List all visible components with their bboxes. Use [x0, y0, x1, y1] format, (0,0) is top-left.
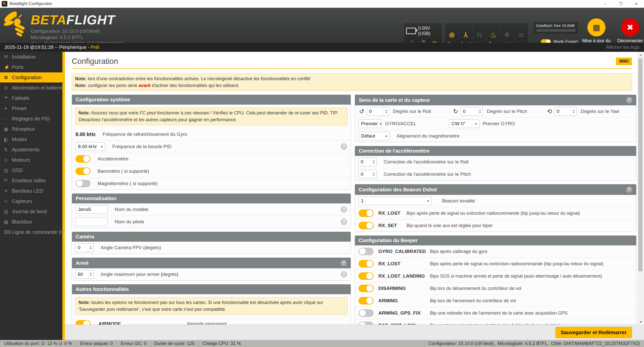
sidebar-item[interactable]: ∴ Réglages de PID — [0, 114, 62, 124]
restore-icon[interactable]: ❐ — [613, 0, 628, 8]
pid-loop-frequency-label: Fréquence de la boucle PID — [112, 144, 172, 149]
help-icon[interactable]: ? — [341, 219, 347, 225]
beeper-condition-toggle[interactable] — [358, 297, 374, 305]
gyro-accel-order-label: GYRO/ACCEL — [385, 121, 417, 126]
board-sensor-alignment-panel: Sens de la carte et du capteur ? ↺ 0 ▲▼ … — [355, 95, 636, 142]
pitch-degrees-stepper[interactable]: 0 ▲▼ — [461, 107, 483, 116]
sensor-enable-toggle[interactable] — [75, 180, 91, 187]
status-cell: Erreur I2C: 0 — [117, 340, 150, 347]
save-and-reboot-button[interactable]: Sauvegarder et Redémarrer — [555, 327, 632, 338]
sidebar-item[interactable]: ▣ Récepteur — [0, 124, 62, 134]
personalization-panel: Personnalisation Nom du modèle ? Nom du … — [72, 193, 351, 228]
sidebar-item[interactable]: ◧ Modes — [0, 134, 62, 145]
beeper-condition-toggle[interactable] — [358, 285, 374, 292]
acc-trim-pitch-stepper[interactable]: 0 ▲▼ — [358, 170, 377, 179]
panel-title: Configuration du Beeper — [355, 236, 636, 245]
chip-icon: ▦ — [593, 23, 600, 32]
sidebar-item-label: Modes — [12, 137, 27, 142]
help-icon[interactable]: ? — [626, 186, 632, 193]
led-strip-icon: ☀ — [4, 188, 12, 194]
chevron-down-icon: ▾ — [380, 122, 382, 126]
dshot-beacon-panel: Configuration des Beacon Dshot ? 1▾ Beac… — [355, 184, 636, 232]
pilot-name-label: Nom du pilote — [115, 219, 144, 225]
window-title: Betaflight Configurator — [10, 1, 52, 6]
sensor-enable-toggle[interactable] — [75, 155, 91, 163]
show-logs-link[interactable]: Afficher les logs — [606, 45, 639, 50]
close-icon[interactable]: ✕ — [628, 0, 644, 8]
sidebar-item[interactable]: ⊟ Alimentation et batterie — [0, 83, 62, 93]
first-gyro-select[interactable]: CW 0°▾ — [449, 119, 479, 128]
sidebar-item[interactable]: ▦ Blackbox — [0, 217, 62, 227]
sidebar-item[interactable]: ⇅ Ajustements — [0, 145, 62, 155]
firmware-version: Micrologiciel: 4.5.2 BTFL — [31, 34, 125, 40]
sidebar-item[interactable]: ▤ OSD — [0, 165, 62, 176]
sidebar-item[interactable]: ⚙ Configuration — [0, 72, 65, 83]
panel-title: Correction de l'accéléromètre — [355, 146, 636, 156]
panel-title: Caméra — [72, 232, 351, 242]
sensors-icon: ∿ — [4, 198, 12, 204]
sensor-icon: ♨ — [490, 31, 497, 39]
sidebar-item[interactable]: ☀ Bandeau LED — [0, 186, 62, 196]
scrollbar-thumb[interactable] — [638, 58, 642, 271]
beeper-condition-toggle[interactable] — [358, 309, 374, 317]
camera-angle-stepper[interactable]: 0 ▲▼ — [75, 243, 94, 252]
yaw-degrees-stepper[interactable]: 0 ▲▼ — [554, 107, 577, 116]
sidebar-item[interactable]: ∿ Capteurs — [0, 196, 62, 206]
beeper-condition-row: GYRO_CALIBRATED Bips après calibrage du … — [355, 245, 636, 258]
sidebar-item[interactable]: Ψ Émetteur vidéo — [0, 176, 62, 186]
beacon-condition-toggle[interactable] — [358, 209, 374, 217]
beacon-condition-toggle[interactable] — [358, 222, 374, 229]
sidebar-item[interactable]: ⚡ Ports — [0, 62, 62, 72]
beeper-condition-toggle[interactable] — [358, 260, 374, 268]
gyro-frequency-label: Fréquence de rafraîchissement du Gyro — [103, 132, 187, 137]
beacon-condition-description: Bip quand la voie aux est réglée pour bi… — [407, 223, 505, 228]
sidebar-item[interactable]: ▥ Journal de bord — [0, 206, 62, 217]
pid-loop-frequency-select[interactable]: 8.00 kHz▾ — [75, 142, 105, 151]
chevron-down-icon: ▾ — [101, 145, 103, 149]
model-name-input[interactable] — [75, 205, 108, 214]
sidebar-item-label: Ajustements — [12, 147, 39, 153]
disconnect-button[interactable]: ✖ Déconnecter — [615, 18, 644, 44]
sidebar-item[interactable]: ✦ Preset — [0, 103, 62, 114]
pilot-name-input[interactable] — [75, 218, 108, 226]
scroll-up-icon[interactable]: ▲ — [637, 52, 644, 58]
beeper-condition-row: RX_LOST_LANDING Bips SOS si machine armé… — [355, 270, 636, 282]
help-icon[interactable]: ? — [341, 143, 347, 150]
minimize-icon[interactable]: – — [597, 0, 613, 8]
vertical-scrollbar[interactable]: ▲ ▼ — [637, 52, 644, 325]
mag-alignment-select[interactable]: Défaut▾ — [358, 132, 390, 140]
dataflash-progressbar — [536, 29, 576, 32]
gyro-accel-order-select[interactable]: Premier▾ — [358, 119, 382, 128]
max-arm-angle-stepper[interactable]: 60 ▲▼ — [75, 270, 94, 279]
modes-icon: ◧ — [4, 137, 12, 142]
scroll-down-icon[interactable]: ▼ — [637, 319, 644, 325]
beeper-condition-toggle[interactable] — [358, 248, 374, 255]
help-icon[interactable]: ? — [340, 260, 347, 266]
beacon-condition-row: RX_SET Bip quand la voie aux est réglée … — [355, 220, 636, 232]
logbook-icon: ▥ — [4, 209, 12, 214]
help-icon[interactable]: ? — [626, 97, 632, 103]
pid-tuning-icon: ∴ — [4, 116, 12, 122]
accelerometer-trim-panel: Correction de l'accéléromètre 0 ▲▼ Corre… — [355, 146, 636, 181]
acc-trim-roll-stepper[interactable]: 0 ▲▼ — [358, 158, 377, 166]
status-cell: Erreur paquet: 0 — [76, 340, 117, 347]
sidebar-item[interactable]: ⚒ Installation — [0, 52, 62, 62]
beeper-condition-description: Bips SOS si machine armée et perte de si… — [430, 274, 615, 279]
wiki-button[interactable]: WIKI — [616, 58, 632, 65]
beeper-configuration-panel: Configuration du Beeper GYRO_CALIBRATED … — [355, 235, 636, 340]
beacon-tone-select[interactable]: 1▾ — [358, 197, 431, 205]
wrench-icon: ⚒ — [4, 54, 12, 60]
help-icon[interactable]: ? — [341, 206, 347, 213]
configurator-version: Configurateur: 10.10.0 (c97deaf) — [31, 28, 125, 34]
sidebar-item[interactable]: ⊙ Moteurs — [0, 155, 62, 165]
sensor-enable-toggle[interactable] — [75, 167, 91, 175]
chevron-down-icon: ▾ — [385, 134, 387, 138]
sidebar: ⚒ Installation ⚡ Ports ⚙ Configuration ⊟… — [0, 52, 65, 340]
sidebar-item[interactable]: ☂ Failsafe — [0, 93, 62, 103]
roll-degrees-stepper[interactable]: 0 ▲▼ — [367, 107, 389, 116]
sidebar-item[interactable]: ⌨ Ligne de commande (CLI) — [0, 227, 62, 237]
beeper-condition-toggle[interactable] — [358, 272, 374, 280]
video-transmitter-icon: Ψ — [4, 178, 12, 183]
sensor-icon: ⊗ — [449, 31, 455, 39]
help-icon[interactable]: ? — [341, 271, 347, 278]
